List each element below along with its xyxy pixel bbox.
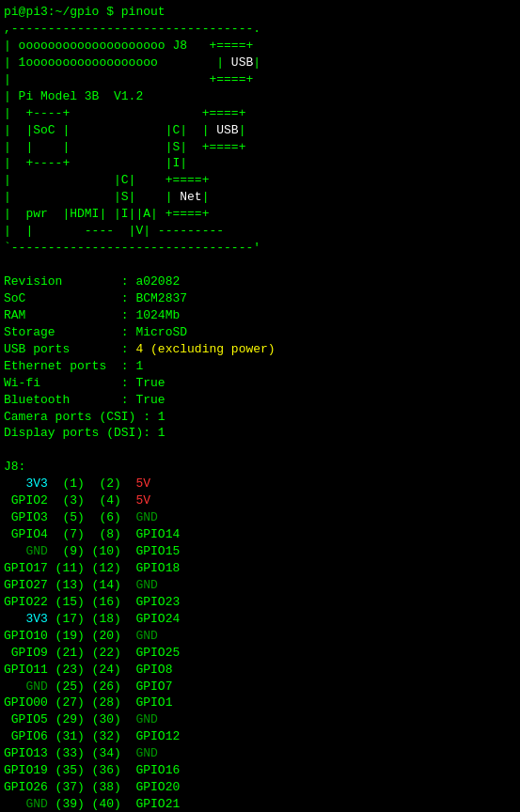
diagram-line4: | Pi Model 3B V1.2 (4, 89, 245, 103)
diagram-line10: | |S| | Net| (4, 190, 209, 204)
pin-row-4: GPIO4 (7) (8) GPIO14 (4, 527, 180, 541)
spec-usb: USB ports : 4 (excluding power) (4, 342, 276, 356)
spec-soc: SoC : BCM2837 (4, 291, 187, 305)
diagram-line12: | | ---- |V| --------- (4, 224, 231, 238)
spec-ethernet: Ethernet ports : 1 (4, 359, 143, 373)
diagram-border-top: ,---------------------------------. (4, 22, 260, 36)
pin-row-18: GPIO19 (35) (36) GPIO16 (4, 763, 180, 777)
spec-wifi: Wi-fi : True (4, 376, 165, 390)
j8-header: J8: (4, 460, 25, 474)
spec-camera: Camera ports (CSI) : 1 (4, 410, 165, 424)
pin-row-7: GPIO27 (13) (14) GND (4, 578, 158, 592)
pin-row-8: GPIO22 (15) (16) GPIO23 (4, 595, 180, 609)
pin-row-3: GPIO3 (5) (6) GND (4, 510, 158, 524)
pin-row-12: GPIO11 (23) (24) GPIO8 (4, 663, 172, 677)
pin-row-13: GND (25) (26) GPIO7 (4, 679, 172, 694)
diagram-line11: | pwr |HDMI| |I||A| +====+ (4, 207, 231, 221)
diagram-line9: | |C| +====+ (4, 173, 239, 187)
diagram-bottom: `---------------------------------' (4, 241, 260, 255)
pin-row-11: GPIO9 (21) (22) GPIO25 (4, 646, 180, 660)
terminal-content: pi@pi3:~/gpio $ pinout ,----------------… (4, 4, 516, 812)
terminal: pi@pi3:~/gpio $ pinout ,----------------… (0, 0, 520, 812)
diagram-line8: | +----+ |I| (4, 156, 239, 170)
spec-bluetooth: Bluetooth : True (4, 393, 165, 407)
diagram-line2: | 1oooooooooooooooooo | USB| (4, 55, 260, 70)
pin-row-17: GPIO13 (33) (34) GND (4, 746, 158, 760)
pin-row-14: GPIO00 (27) (28) GPIO1 (4, 695, 172, 710)
spec-ram: RAM : 1024Mb (4, 308, 180, 322)
diagram-line7: | | | |S| +====+ (4, 140, 245, 154)
spec-revision: Revision : a02082 (4, 274, 180, 289)
pin-row-19: GPIO26 (37) (38) GPIO20 (4, 780, 180, 794)
diagram-line5: | +----+ +====+ (4, 106, 245, 120)
pin-row-16: GPIO6 (31) (32) GPIO12 (4, 729, 180, 743)
diagram-line1: | oooooooooooooooooooo J8 +====+ (4, 39, 253, 53)
pin-row-20: GND (39) (40) GPIO21 (4, 797, 180, 811)
spec-storage: Storage : MicroSD (4, 325, 187, 339)
pin-row-15: GPIO5 (29) (30) GND (4, 712, 158, 726)
pin-row-2: GPIO2 (3) (4) 5V (4, 493, 150, 508)
pin-row-9: 3V3 (17) (18) GPIO24 (4, 612, 180, 626)
pin-row-6: GPIO17 (11) (12) GPIO18 (4, 561, 180, 575)
pin-row-5: GND (9) (10) GPIO15 (4, 544, 180, 558)
pin-row-1: 3V3 (1) (2) 5V (4, 476, 150, 491)
spec-display: Display ports (DSI): 1 (4, 426, 165, 440)
diagram-line6: | |SoC | |C| | USB| (4, 123, 245, 137)
diagram-line3: | +====+ (4, 72, 253, 86)
pin-row-10: GPIO10 (19) (20) GND (4, 629, 158, 643)
title-bar: pi@pi3:~/gpio $ pinout (4, 5, 165, 19)
